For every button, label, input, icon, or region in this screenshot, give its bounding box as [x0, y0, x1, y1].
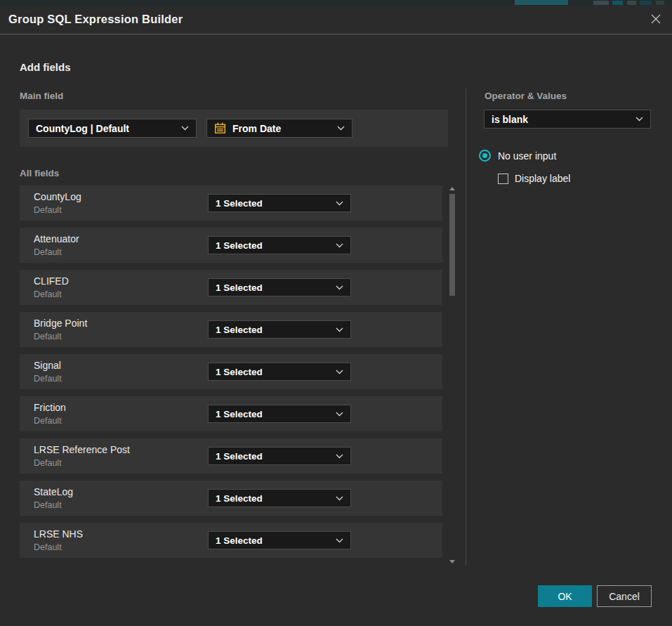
field-row-lrse-nhs: LRSE NHS Default 1 Selected [20, 523, 442, 558]
close-button[interactable] [648, 13, 664, 28]
chevron-down-icon [336, 454, 343, 459]
chevron-down-icon [336, 201, 343, 206]
panel-divider [466, 89, 466, 565]
list-scrollbar-track[interactable] [449, 181, 456, 566]
field-row-signal: Signal Default 1 Selected [20, 354, 442, 389]
chevron-down-icon [336, 412, 343, 417]
field-selection-dropdown[interactable]: 1 Selected [208, 531, 351, 549]
radio-dot [482, 153, 487, 158]
field-subtitle: Default [34, 289, 62, 299]
field-row-attenuator: Attenuator Default 1 Selected [20, 228, 442, 263]
field-subtitle: Default [34, 374, 62, 384]
scroll-up-arrow-icon[interactable] [449, 187, 455, 190]
field-row-friction: Friction Default 1 Selected [20, 396, 442, 431]
all-fields-label: All fields [20, 168, 59, 178]
background-app-remnant [656, 1, 664, 5]
background-app-remnant [640, 1, 652, 5]
group-sql-expression-builder-dialog: Group SQL Expression Builder Add fields … [0, 6, 672, 626]
calendar-date-icon [214, 122, 226, 134]
layer-dropdown[interactable]: CountyLog | Default [28, 119, 197, 138]
field-selection-dropdown[interactable]: 1 Selected [208, 405, 351, 423]
field-selection-value: 1 Selected [216, 535, 330, 546]
field-subtitle: Default [34, 500, 62, 510]
layer-dropdown-value: CountyLog | Default [36, 123, 176, 134]
chevron-down-icon [336, 496, 343, 501]
radio-selected-icon [479, 150, 491, 162]
field-name: Signal [34, 360, 61, 371]
screen: Group SQL Expression Builder Add fields … [0, 0, 672, 626]
field-subtitle: Default [34, 205, 62, 215]
field-selection-dropdown[interactable]: 1 Selected [208, 236, 351, 254]
chevron-down-icon [181, 126, 189, 131]
field-subtitle: Default [34, 332, 62, 341]
operator-values-label: Operator & Values [485, 91, 567, 101]
background-app-remnant [612, 1, 623, 5]
field-selection-value: 1 Selected [216, 367, 330, 377]
main-field-panel: CountyLog | Default From Date [20, 110, 448, 147]
background-app-strip [0, 0, 672, 6]
all-fields-list: CountyLog Default 1 Selected Attenuator … [20, 185, 442, 558]
background-app-remnant [515, 0, 568, 5]
field-row-bridge-point: Bridge Point Default 1 Selected [20, 312, 442, 347]
field-name: Attenuator [34, 233, 79, 244]
add-fields-heading: Add fields [20, 61, 71, 73]
field-selection-dropdown[interactable]: 1 Selected [208, 278, 351, 296]
chevron-down-icon [336, 243, 343, 248]
field-subtitle: Default [34, 542, 62, 552]
field-name: StateLog [34, 486, 73, 497]
field-subtitle: Default [34, 416, 62, 426]
field-dropdown[interactable]: From Date [206, 119, 353, 138]
field-name: Bridge Point [34, 318, 87, 329]
chevron-down-icon [337, 126, 345, 131]
field-selection-dropdown[interactable]: 1 Selected [208, 363, 351, 381]
field-row-clifed: CLIFED Default 1 Selected [20, 270, 442, 305]
field-row-countylog: CountyLog Default 1 Selected [20, 185, 442, 221]
background-app-remnant [593, 1, 609, 5]
ok-button[interactable]: OK [538, 585, 592, 607]
scroll-down-arrow-icon[interactable] [449, 560, 455, 563]
field-name: Friction [34, 402, 66, 413]
no-user-input-label: No user input [498, 150, 556, 162]
field-selection-value: 1 Selected [216, 240, 330, 251]
cancel-button[interactable]: Cancel [597, 585, 652, 607]
main-field-label: Main field [20, 91, 63, 101]
field-selection-value: 1 Selected [216, 282, 330, 293]
field-name: LRSE Reference Post [34, 444, 130, 455]
scrollbar-thumb[interactable] [449, 194, 455, 296]
chevron-down-icon [635, 117, 643, 122]
no-user-input-radio[interactable]: No user input [479, 150, 556, 162]
field-subtitle: Default [34, 458, 62, 468]
field-subtitle: Default [34, 247, 62, 257]
field-name: LRSE NHS [34, 528, 83, 540]
field-selection-value: 1 Selected [216, 409, 330, 419]
field-name: CountyLog [34, 191, 81, 202]
display-label-checkbox[interactable]: Display label [498, 173, 570, 184]
dialog-title: Group SQL Expression Builder [8, 13, 183, 26]
chevron-down-icon [336, 538, 343, 543]
field-selection-value: 1 Selected [216, 493, 330, 504]
chevron-down-icon [336, 285, 343, 290]
field-selection-value: 1 Selected [216, 325, 330, 335]
field-row-lrse-reference-post: LRSE Reference Post Default 1 Selected [20, 438, 442, 474]
field-dropdown-value: From Date [232, 123, 331, 134]
background-app-remnant [627, 1, 636, 5]
field-name: CLIFED [34, 275, 69, 287]
operator-dropdown-value: is blank [492, 114, 630, 125]
display-label-text: Display label [515, 173, 570, 184]
dialog-header: Group SQL Expression Builder [0, 6, 672, 34]
chevron-down-icon [336, 370, 343, 374]
checkbox-unchecked-icon [498, 174, 508, 184]
chevron-down-icon [336, 327, 343, 332]
field-selection-value: 1 Selected [216, 451, 330, 462]
field-selection-dropdown[interactable]: 1 Selected [208, 320, 351, 339]
operator-dropdown[interactable]: is blank [484, 110, 651, 129]
field-selection-dropdown[interactable]: 1 Selected [208, 447, 351, 465]
field-selection-dropdown[interactable]: 1 Selected [208, 194, 351, 212]
field-selection-value: 1 Selected [216, 198, 330, 209]
field-selection-dropdown[interactable]: 1 Selected [208, 489, 351, 507]
field-row-statelog: StateLog Default 1 Selected [20, 481, 442, 516]
close-icon [650, 13, 662, 28]
